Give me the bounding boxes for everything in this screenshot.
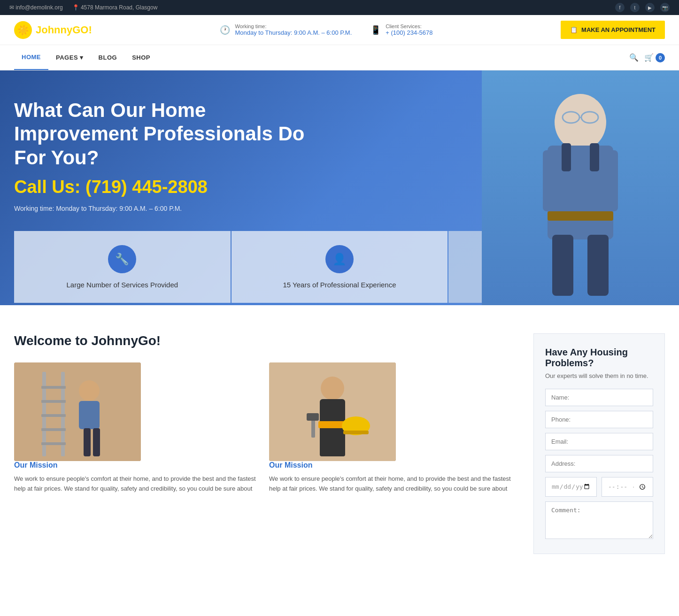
feature-card-services: 🔧 Large Number of Services Provided	[14, 231, 231, 303]
form-title: Have Any Housing Problems?	[545, 347, 653, 369]
clock-icon: 🕐	[220, 25, 230, 35]
mission-item-1: Our Mission We work to ensure people's c…	[14, 362, 260, 494]
welcome-title: Welcome to JohnnyGo!	[14, 333, 515, 348]
svg-rect-21	[79, 401, 100, 429]
top-bar-right: f t ▶ 📷	[615, 3, 670, 12]
svg-rect-23	[93, 428, 100, 456]
phone-field[interactable]	[545, 411, 653, 428]
email-field[interactable]	[545, 433, 653, 450]
name-field[interactable]	[545, 389, 653, 406]
client-services-info: 📱 Client Services: + (100) 234-5678	[370, 23, 432, 36]
hero-content: What Can Our Home Improvement Profession…	[14, 99, 333, 212]
appointment-icon: 📋	[570, 26, 578, 33]
nav-blog[interactable]: BLOG	[91, 45, 125, 70]
appointment-button[interactable]: 📋 MAKE AN APPOINTMENT	[561, 21, 665, 39]
header-info-group: 🕐 Working time: Monday to Thursday: 9:00…	[220, 23, 432, 36]
client-phone: + (100) 234-5678	[386, 29, 432, 36]
svg-rect-6	[562, 143, 571, 171]
form-sidebar: Have Any Housing Problems? Our experts w…	[533, 333, 665, 554]
mission-image-1	[14, 362, 141, 461]
email-link[interactable]: ✉ info@demolink.org	[9, 4, 63, 11]
services-icon: 🔧	[108, 245, 136, 273]
svg-rect-19	[41, 442, 66, 445]
form-subtitle: Our experts will solve them in no time.	[545, 372, 653, 379]
nav-pages[interactable]: PAGES ▾	[48, 45, 91, 70]
svg-rect-12	[14, 362, 141, 461]
date-field[interactable]	[545, 477, 597, 497]
hero-image	[482, 70, 679, 305]
twitter-icon[interactable]: t	[630, 3, 640, 12]
address-info: 📍 4578 Marmora Road, Glasgow	[72, 4, 158, 11]
cart-count: 0	[656, 53, 665, 62]
mission-item-2: Our Mission We work to ensure people's c…	[269, 362, 515, 494]
chevron-down-icon: ▾	[80, 54, 84, 61]
svg-rect-30	[343, 431, 369, 434]
svg-point-25	[321, 377, 344, 400]
hero-title: What Can Our Home Improvement Profession…	[14, 99, 333, 169]
logo-icon: ☀️	[14, 21, 32, 39]
nav-shop[interactable]: SHOP	[124, 45, 158, 70]
mission-grid: Our Mission We work to ensure people's c…	[14, 362, 515, 494]
svg-rect-3	[604, 150, 618, 211]
logo-text: JohnnyGO!	[36, 24, 92, 36]
services-label: Large Number of Services Provided	[67, 281, 178, 289]
working-label: Working time:	[235, 23, 352, 29]
facebook-icon[interactable]: f	[615, 3, 625, 12]
svg-rect-2	[543, 150, 557, 211]
svg-rect-17	[41, 414, 66, 417]
working-hours: Monday to Thursday: 9:00 A.M. – 6:00 P.M…	[235, 29, 352, 36]
svg-rect-32	[307, 413, 319, 421]
svg-rect-22	[84, 428, 91, 456]
time-field[interactable]	[602, 477, 653, 497]
instagram-icon[interactable]: 📷	[660, 3, 670, 12]
services-label: Client Services:	[386, 23, 432, 29]
experience-icon: 👤	[325, 245, 354, 273]
mission-content-2: Our Mission We work to ensure people's c…	[269, 461, 515, 494]
hero-hours: Working time: Monday to Thursday: 9:00 A…	[14, 205, 333, 212]
address-field[interactable]	[545, 455, 653, 472]
cart-button[interactable]: 🛒 0	[644, 53, 665, 62]
date-time-row	[545, 477, 653, 501]
search-icon[interactable]: 🔍	[629, 53, 639, 62]
site-header: ☀️ JohnnyGO! 🕐 Working time: Monday to T…	[0, 15, 679, 45]
svg-rect-8	[548, 211, 613, 221]
svg-rect-4	[552, 235, 573, 296]
svg-point-0	[555, 94, 606, 150]
mission-content-1: Our Mission We work to ensure people's c…	[14, 461, 260, 494]
phone-icon: 📱	[370, 25, 381, 35]
experience-label: 15 Years of Professional Experience	[283, 281, 396, 289]
svg-rect-28	[320, 428, 345, 456]
welcome-section: Welcome to JohnnyGo!	[0, 305, 679, 582]
nav-icons: 🔍 🛒 0	[629, 53, 665, 62]
svg-rect-16	[41, 400, 66, 403]
mission-image-2	[269, 362, 396, 461]
working-time-info: 🕐 Working time: Monday to Thursday: 9:00…	[220, 23, 352, 36]
top-bar-left: ✉ info@demolink.org 📍 4578 Marmora Road,…	[9, 4, 157, 11]
svg-rect-7	[590, 143, 599, 171]
welcome-left: Welcome to JohnnyGo!	[14, 333, 515, 554]
top-bar: ✉ info@demolink.org 📍 4578 Marmora Road,…	[0, 0, 679, 15]
hero-phone: Call Us: (719) 445-2808	[14, 177, 333, 197]
svg-rect-15	[41, 386, 66, 389]
svg-point-20	[79, 380, 100, 401]
hero-section: What Can Our Home Improvement Profession…	[0, 70, 679, 305]
main-nav: HOME PAGES ▾ BLOG SHOP 🔍 🛒 0	[0, 45, 679, 70]
cart-icon: 🛒	[644, 53, 654, 62]
youtube-icon[interactable]: ▶	[645, 3, 655, 12]
svg-rect-18	[41, 428, 66, 431]
svg-rect-5	[587, 235, 609, 296]
svg-rect-1	[548, 146, 613, 239]
nav-links: HOME PAGES ▾ BLOG SHOP	[14, 45, 158, 70]
feature-card-experience: 👤 15 Years of Professional Experience	[231, 231, 448, 303]
logo[interactable]: ☀️ JohnnyGO!	[14, 21, 92, 39]
nav-home[interactable]: HOME	[14, 45, 48, 70]
contact-form-box: Have Any Housing Problems? Our experts w…	[533, 333, 665, 554]
comment-field[interactable]	[545, 501, 653, 539]
